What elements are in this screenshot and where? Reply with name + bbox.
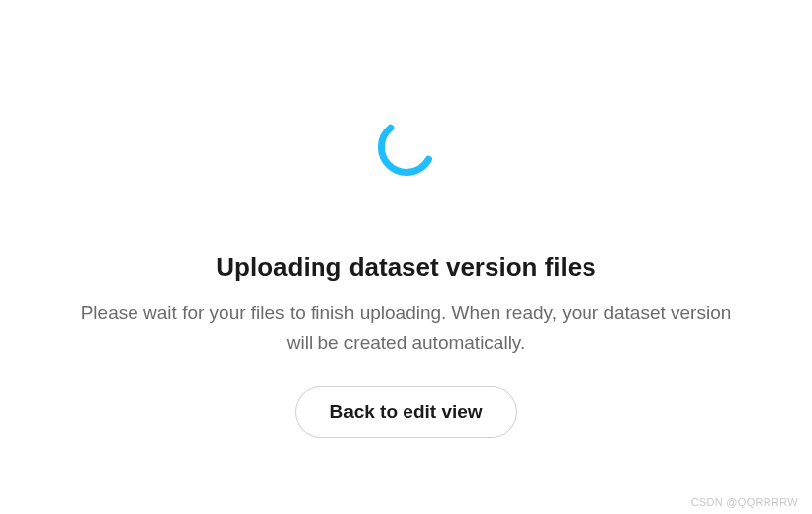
- watermark-text: CSDN @QQRRRRW: [691, 496, 798, 508]
- back-to-edit-button[interactable]: Back to edit view: [295, 386, 516, 438]
- spinner-container: [375, 116, 438, 183]
- upload-subtitle: Please wait for your files to finish upl…: [70, 299, 743, 357]
- upload-title: Uploading dataset version files: [216, 252, 595, 283]
- svg-point-0: [381, 122, 431, 172]
- upload-status-panel: Uploading dataset version files Please w…: [0, 0, 812, 514]
- loading-spinner-icon: [375, 116, 438, 179]
